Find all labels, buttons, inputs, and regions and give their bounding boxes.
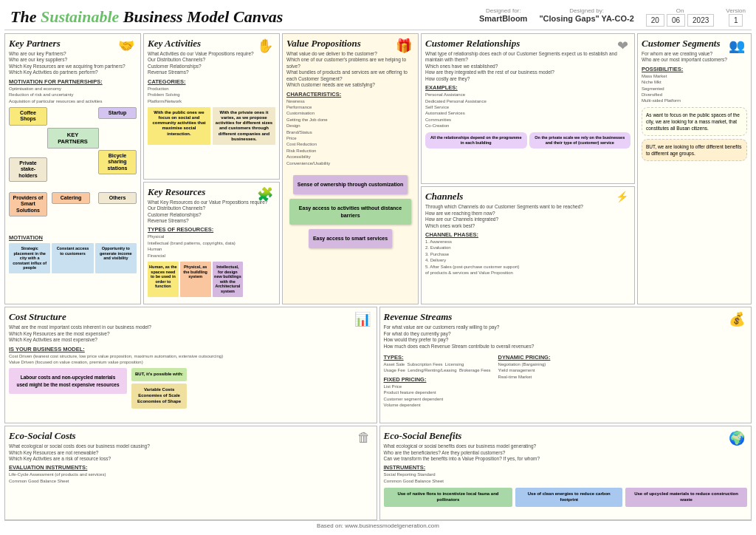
kr-stickies: Human, as the spaces need to be used in … [148, 262, 275, 297]
header-meta: Designed for: SmartBloom Designed by: "C… [479, 7, 746, 27]
mid-section: Cost Structure 📊 What are the most impor… [4, 307, 752, 423]
customer-relationships-cell: Customer Relationships ❤ What type of re… [421, 33, 635, 184]
cr-title: Customer Relationships [425, 38, 630, 50]
key-partners-questions: Who are our key Partners?Who are our key… [9, 51, 137, 76]
value-propositions-cell: Value Propositions 🎁 What value do we de… [282, 33, 419, 304]
cost-sub-sticky-2: Variable CostsEconomies of ScaleEconomie… [131, 384, 187, 408]
key-resources-icon: 🧩 [257, 186, 273, 202]
cr-bubbles: All the relationships depend on the prog… [425, 132, 630, 149]
channels-title: Channels [425, 191, 630, 202]
motivation-label: MOTIVATION FOR PARTNERSHIPS: [9, 78, 137, 85]
motivation-stickies: Strategic placement in the city with a c… [9, 243, 137, 273]
rev-right: DYNAMIC PRICING: Negotiation (Bargaining… [498, 352, 551, 408]
top-section: Key Partners 🤝 Who are our key Partners?… [4, 33, 752, 304]
customer-segments-cell: Customer Segments 👥 For whom are we crea… [637, 33, 752, 304]
eco-sticky-upcycled: Use of upcycled materials to reduce cons… [625, 488, 747, 507]
eco-ben-title: Eco-Social Benefits [384, 430, 748, 442]
title-sustainable: Sustainable [41, 7, 119, 26]
designed-by-label: Designed by: [569, 7, 604, 14]
month: 06 [667, 14, 685, 27]
motivation-text: Optimisation and economyReduction of ris… [9, 86, 137, 104]
rev-title: Revenue Streams [384, 311, 748, 323]
eco-sticky-native: Use of native flora to incentivize local… [384, 488, 513, 507]
channels-phases-label: CHANNEL PHASES: [425, 231, 630, 238]
designed-for-block: Designed for: SmartBloom [479, 7, 527, 27]
motivation-section-label: MOTIVATION [9, 234, 137, 241]
ka-questions: What Activities do our Value Proposition… [148, 51, 275, 76]
cr-bubble-1: All the relationships depend on the prog… [425, 132, 527, 149]
channels-cell: Channels ⚡ Through which Channels do our… [421, 186, 635, 304]
instruments-label: INSTRUMENTS: [384, 464, 748, 471]
instruments-text: Social Reporting StandardCommon Good Bal… [384, 471, 748, 484]
dynamic-label: DYNAMIC PRICING: [498, 354, 551, 361]
ka-categories: ProductionProblem SolvingPlatform/Networ… [148, 86, 275, 104]
version-label: Version [726, 7, 746, 14]
version-block: Version 1 [726, 7, 746, 27]
fixed-text: List PriceProduct feature dependentCusto… [384, 384, 491, 409]
cost-stickies-row: Labour costs and non-upcycled materials … [9, 368, 373, 408]
kp-node-coffee: CoffeeShops [9, 107, 47, 126]
mot-1: Strategic placement in the city with a c… [9, 243, 50, 273]
date-label: On [676, 7, 684, 14]
key-resources-cell: Key Resources 🧩 What Key Resources do ou… [143, 182, 280, 305]
rev-types: Asset Sale Subscription Fees LicensingUs… [384, 361, 491, 374]
kr-sticky-2: Physical, as the buildling system [180, 262, 211, 297]
key-partners-icon: 🤝 [118, 38, 134, 54]
eco-ben-stickies: Use of native flora to incentivize local… [384, 488, 748, 507]
vp-icon: 🎁 [396, 38, 412, 54]
cs-bubble-1: As want to focus on the public spaces of… [642, 107, 747, 136]
cr-examples-label: EXAMPLES: [425, 84, 630, 91]
title-the: The [10, 7, 41, 26]
ka-sticky-2: With the private ones it varies, as we p… [213, 107, 275, 145]
cr-examples: Personal AssistanceDedicated Personal As… [425, 92, 630, 129]
revenue-streams-cell: Revenue Streams 💰 For what value are our… [379, 307, 752, 423]
canvas: Key Partners 🤝 Who are our key Partners?… [4, 33, 752, 520]
page: The Sustainable Business Model Canvas De… [0, 0, 756, 535]
eco-cost-questions: What ecological or social costs does our… [9, 443, 373, 462]
key-activities-icon: ✋ [257, 38, 273, 54]
mot-3: Opportunity to generate income and visib… [95, 243, 137, 273]
rev-types-label: TYPES: [384, 354, 491, 361]
rev-icon: 💰 [729, 311, 745, 327]
cr-ch-column: Customer Relationships ❤ What type of re… [421, 33, 635, 304]
kp-node-catering: Catering [52, 192, 90, 204]
channels-questions: Through which Channels do our Customer S… [425, 204, 630, 229]
mot-2: Constant access to customers [52, 243, 93, 273]
eco-ben-icon: 🌍 [729, 430, 745, 446]
ka-sticky-1: With the public ones we focus on social … [148, 107, 210, 145]
eco-ben-questions: What ecological or social benefits does … [384, 443, 748, 462]
main-title: The Sustainable Business Model Canvas [10, 7, 283, 27]
fixed-label: FIXED PRICING: [384, 376, 491, 383]
cs-icon: 👥 [729, 38, 745, 54]
biz-model-text: Cost Driven (leanest cost structure, low… [9, 353, 373, 366]
ka-kr-column: Key Activities ✋ What Activities do our … [143, 33, 280, 304]
partner-diagram: KEYPARTNERS CoffeeShops Startup Privates… [9, 107, 137, 233]
rev-questions: For what value are our customers really … [384, 324, 748, 350]
kp-node-bicycle: Bicyclesharingstations [98, 150, 137, 174]
dynamic-text: Negotiation (Bargaining)Yield management… [498, 361, 551, 380]
vp-sticky-1: Sense of ownership through customization [293, 175, 408, 194]
vp-sticky-2: Easy access to activities without distan… [289, 199, 411, 225]
vp-questions: What value do we deliver to the customer… [286, 51, 414, 89]
designed-for-label: Designed for: [486, 7, 521, 14]
ka-categories-label: CATEGORIES: [148, 78, 275, 85]
cr-icon: ❤ [617, 38, 628, 54]
footer: Based on: www.businessmodelgeneration.co… [4, 520, 752, 531]
cost-icon: 📊 [354, 311, 371, 327]
cost-sub-sticky-1: BUT, it's possible with: [131, 368, 187, 381]
footer-text: Based on: www.businessmodelgeneration.co… [317, 522, 439, 529]
key-activities-cell: Key Activities ✋ What Activities do our … [143, 33, 280, 180]
year: 2023 [687, 14, 714, 27]
title-rest: Business Model Canvas [119, 7, 283, 26]
rev-left: TYPES: Asset Sale Subscription Fees Lice… [384, 352, 491, 408]
cost-sub-stickies: BUT, it's possible with: Variable CostsE… [131, 368, 187, 408]
evaluation-label: EVALUATION INSTRUMENTS: [9, 464, 373, 471]
canvas-rows: Key Partners 🤝 Who are our key Partners?… [4, 33, 752, 520]
evaluation-text: Life-Cycle Assessment (of products and s… [9, 471, 373, 484]
cs-possibilities-label: POSSIBILITIES: [642, 66, 747, 72]
rev-content: TYPES: Asset Sale Subscription Fees Lice… [384, 352, 748, 408]
date-block: On 20 06 2023 [646, 7, 715, 27]
vp-stickies: Sense of ownership through customization… [286, 172, 414, 251]
ka-stickies: With the public ones we focus on social … [148, 107, 275, 145]
cost-questions: What are the most important costs inhere… [9, 324, 373, 343]
